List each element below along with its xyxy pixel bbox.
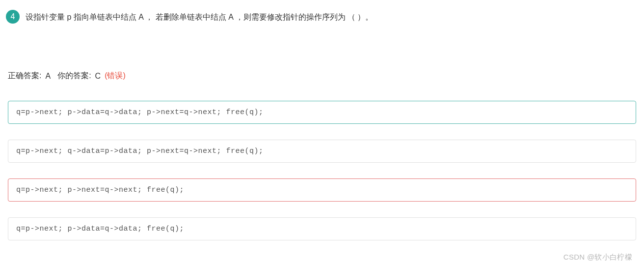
question-number-badge: 4	[6, 10, 20, 24]
correct-answer-letter: A	[45, 72, 51, 81]
option-a[interactable]: q=p->next; p->data=q->data; p->next=q->n…	[8, 101, 636, 124]
option-d[interactable]: q=p->next; p->data=q->data; free(q);	[8, 217, 636, 240]
options-list: q=p->next; p->data=q->data; p->next=q->n…	[6, 101, 638, 240]
option-b[interactable]: q=p->next; q->data=p->data; p->next=q->n…	[8, 140, 636, 163]
your-answer-label: 你的答案:	[57, 71, 91, 81]
answer-row: 正确答案: A 你的答案: C (错误)	[6, 71, 638, 81]
watermark: CSDN @软小白柠檬	[564, 253, 632, 262]
your-answer-letter: C	[95, 72, 101, 81]
wrong-indicator: (错误)	[105, 71, 126, 81]
question-header: 4 设指针变量 p 指向单链表中结点 A ， 若删除单链表中结点 A ，则需要修…	[6, 10, 638, 24]
question-text: 设指针变量 p 指向单链表中结点 A ， 若删除单链表中结点 A ，则需要修改指…	[26, 10, 373, 24]
correct-answer-label: 正确答案:	[8, 71, 41, 81]
option-c[interactable]: q=p->next; p->next=q->next; free(q);	[8, 178, 636, 202]
